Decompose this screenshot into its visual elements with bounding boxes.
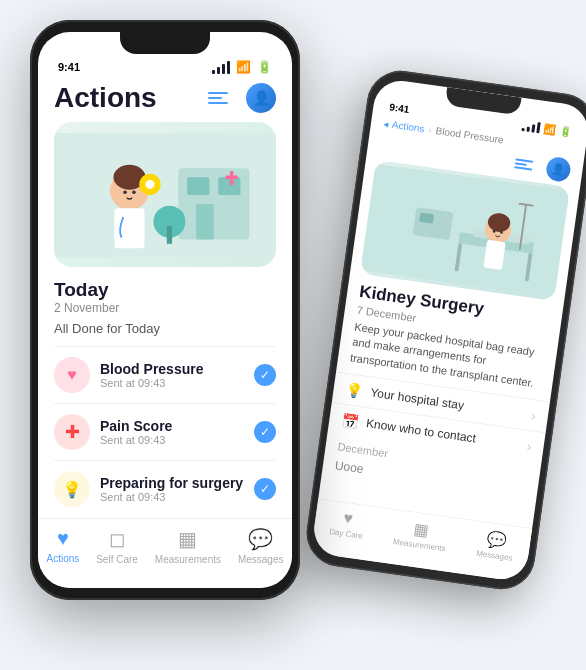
- today-date: 2 November: [54, 301, 276, 315]
- surgery-prep-title: Preparing for surgery: [100, 475, 254, 491]
- svg-point-12: [123, 190, 127, 194]
- phone2-nav-messages-label: Messages: [476, 549, 513, 563]
- svg-rect-11: [114, 208, 144, 248]
- phone2-wifi-icon: 📶: [543, 123, 556, 136]
- phone1-notch: [120, 32, 210, 54]
- blood-pressure-title: Blood Pressure: [100, 361, 254, 377]
- svg-rect-8: [167, 226, 172, 244]
- nav-actions-icon: ♥: [57, 527, 69, 550]
- page-title: Actions: [54, 82, 157, 114]
- all-done-status: All Done for Today: [54, 321, 276, 336]
- hospital-stay-icon: 💡: [345, 381, 364, 399]
- phone2-screen: 9:41 📶 🔋 ◂ Actions › Blood Pressure: [311, 77, 586, 582]
- phone2-battery-icon: 🔋: [559, 125, 572, 138]
- svg-rect-17: [360, 164, 569, 298]
- today-label: Today: [54, 279, 276, 301]
- nav-messages-label: Messages: [238, 554, 284, 565]
- today-section: Today 2 November All Done for Today ♥ Bl…: [38, 279, 292, 517]
- svg-point-13: [132, 190, 136, 194]
- surgery-prep-check: ✓: [254, 478, 276, 500]
- action-blood-pressure[interactable]: ♥ Blood Pressure Sent at 09:43 ✓: [54, 346, 276, 403]
- contact-chevron: ›: [526, 438, 533, 454]
- nav-messages-icon: 💬: [248, 527, 273, 551]
- svg-rect-4: [196, 203, 214, 239]
- pain-score-subtitle: Sent at 09:43: [100, 434, 254, 446]
- pain-score-text: Pain Score Sent at 09:43: [100, 418, 254, 446]
- nav-messages[interactable]: 💬 Messages: [238, 527, 284, 565]
- surgery-prep-text: Preparing for surgery Sent at 09:43: [100, 475, 254, 503]
- phone2-nav-measurements-label: Measurements: [393, 537, 447, 553]
- nav-actions-label: Actions: [46, 553, 79, 564]
- phone2-menu-button[interactable]: [513, 151, 540, 178]
- svg-rect-3: [218, 177, 240, 195]
- phone1: 9:41 📶 🔋 Actions: [30, 20, 300, 600]
- blood-pressure-text: Blood Pressure Sent at 09:43: [100, 361, 254, 389]
- phone2-profile-button[interactable]: 👤: [545, 156, 572, 183]
- phone2: 9:41 📶 🔋 ◂ Actions › Blood Pressure: [302, 66, 586, 593]
- phone2-nav-measurements[interactable]: ▦ Measurements: [393, 516, 450, 553]
- svg-rect-16: [145, 181, 154, 186]
- nav-actions[interactable]: ♥ Actions: [46, 527, 79, 564]
- svg-rect-2: [187, 177, 209, 195]
- blood-pressure-check: ✓: [254, 364, 276, 386]
- nav-measurements-icon: ▦: [178, 527, 197, 551]
- signal-icon: [212, 61, 230, 74]
- phone2-nav-daycare-label: Day Care: [329, 527, 364, 541]
- phone2-nav-daycare[interactable]: ♥ Day Care: [329, 507, 367, 540]
- phone2-nav-messages[interactable]: 💬 Messages: [476, 528, 516, 563]
- action-pain-score[interactable]: ✚ Pain Score Sent at 09:43 ✓: [54, 403, 276, 460]
- nav-selfcare[interactable]: ◻ Self Care: [96, 527, 138, 565]
- contact-icon: 📅: [340, 412, 359, 430]
- action-surgery-prep[interactable]: 💡 Preparing for surgery Sent at 09:43 ✓: [54, 460, 276, 517]
- phone1-header: Actions 👤: [38, 78, 292, 122]
- phone1-screen: 9:41 📶 🔋 Actions: [38, 32, 292, 588]
- doctor-svg: [54, 125, 276, 265]
- surgery-icon: 💡: [54, 471, 90, 507]
- svg-rect-27: [483, 240, 505, 270]
- phone2-nav-daycare-icon: ♥: [342, 509, 354, 528]
- nav-selfcare-icon: ◻: [109, 527, 126, 551]
- bottom-nav: ♥ Actions ◻ Self Care ▦ Measurements 💬 M…: [38, 518, 292, 588]
- status-time: 9:41: [58, 61, 80, 73]
- blood-pressure-subtitle: Sent at 09:43: [100, 377, 254, 389]
- svg-rect-25: [419, 212, 434, 223]
- menu-button[interactable]: [208, 84, 236, 112]
- phone2-bottom-nav: ♥ Day Care ▦ Measurements 💬 Messages: [311, 498, 533, 583]
- hospital-stay-label: Your hospital stay: [370, 386, 465, 413]
- nav-measurements-label: Measurements: [155, 554, 221, 565]
- phone2-status-time: 9:41: [389, 101, 410, 115]
- pain-score-check: ✓: [254, 421, 276, 443]
- phone2-nav-messages-icon: 💬: [485, 529, 507, 551]
- surgery-prep-subtitle: Sent at 09:43: [100, 491, 254, 503]
- hospital-stay-chevron: ›: [530, 407, 537, 423]
- nav-measurements[interactable]: ▦ Measurements: [155, 527, 221, 565]
- header-icons: 👤: [208, 83, 276, 113]
- doctor-illustration: [54, 122, 276, 267]
- wifi-icon: 📶: [236, 60, 251, 74]
- phone2-signal-icon: [521, 120, 540, 133]
- svg-rect-24: [413, 207, 454, 240]
- phone2-nav-measurements-icon: ▦: [413, 519, 430, 540]
- pain-icon: ✚: [54, 414, 90, 450]
- battery-icon: 🔋: [257, 60, 272, 74]
- nav-selfcare-label: Self Care: [96, 554, 138, 565]
- pain-score-title: Pain Score: [100, 418, 254, 434]
- svg-rect-6: [225, 175, 237, 179]
- profile-button[interactable]: 👤: [246, 83, 276, 113]
- heart-icon: ♥: [54, 357, 90, 393]
